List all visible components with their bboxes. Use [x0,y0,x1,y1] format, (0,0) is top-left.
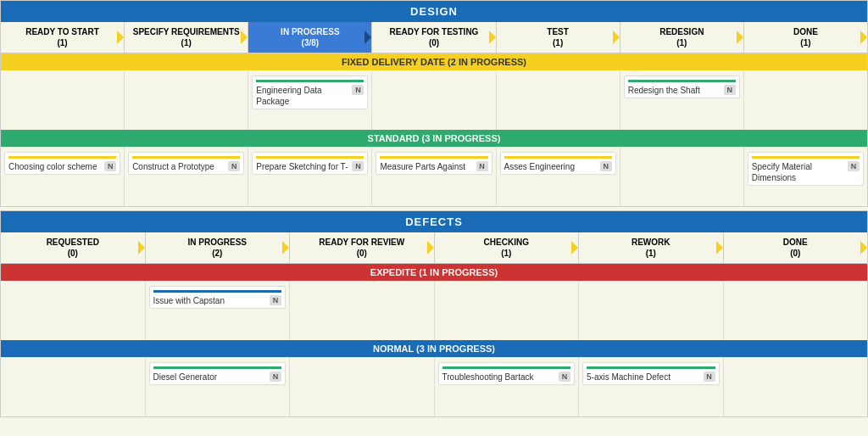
col-label: TEST(1) [547,27,569,48]
column-arrow-icon [241,31,248,44]
card-top-bar [380,156,487,159]
card-cell-5 [724,281,868,340]
task-card[interactable]: Construct a PrototypeN [128,152,244,175]
card-top-bar [256,156,364,159]
card-badge: N [104,161,116,171]
card-cell-0 [1,281,146,340]
columns-header: READY TO START(1)SPECIFY REQUIREMENTS(1)… [1,22,867,53]
card-text: 5-axis Machine Defect [587,372,700,383]
column-header-4[interactable]: TEST(1) [497,22,620,53]
column-arrow-icon [860,31,867,44]
task-card[interactable]: Diesel GeneratorN [149,362,287,385]
card-badge: N [724,85,736,95]
card-cell-6 [744,70,867,130]
card-cell-1: Diesel GeneratorN [146,357,291,416]
card-cell-5 [724,357,868,416]
card-text: Troubleshooting Bartack [442,372,556,383]
column-arrow-icon [716,241,723,254]
card-cell-3 [372,70,496,130]
cards-row-1: Choosing color schemeNConstruct a Protot… [1,147,867,206]
col-label: IN PROGRESS(3/8) [281,27,339,48]
col-label: REWORK(1) [632,238,670,258]
card-text: Choosing color scheme [8,161,101,172]
col-label: CHECKING(1) [484,238,529,258]
column-header-0[interactable]: READY TO START(1) [1,22,125,53]
cards-row-0: Issue with CapstanN [1,281,867,340]
column-arrow-icon [737,31,743,44]
column-arrow-icon [571,241,578,254]
column-header-4[interactable]: REWORK(1) [579,232,724,263]
task-card[interactable]: Measure Parts AgainstN [376,152,492,175]
col-label: DONE(1) [793,27,818,48]
card-cell-2: Engineering Data PackageN [248,70,372,130]
column-header-5[interactable]: REDESIGN(1) [620,22,744,53]
card-badge: N [848,161,860,171]
card-top-bar [153,366,282,369]
group-bar-1: STANDARD (3 IN PROGRESS) [1,130,867,147]
column-header-0[interactable]: REQUESTED(0) [1,232,146,263]
card-top-bar [132,156,240,159]
card-badge: N [559,372,570,382]
column-arrow-icon [117,31,124,44]
column-header-1[interactable]: SPECIFY REQUIREMENTS(1) [125,22,248,53]
card-cell-4: 5-axis Machine DefectN [579,357,724,416]
task-card[interactable]: Asses EngineeringN [500,152,616,175]
card-cell-4: Asses EngineeringN [497,147,620,206]
col-label: READY TO START(1) [25,27,99,48]
column-header-6[interactable]: DONE(1) [744,22,867,53]
card-badge: N [352,161,364,171]
defects-title: DEFECTS [1,211,867,232]
card-top-bar [8,156,116,159]
cards-row-1: Diesel GeneratorNTroubleshooting Bartack… [1,357,867,416]
column-header-3[interactable]: READY FOR TESTING(0) [372,22,496,53]
card-cell-2: Prepare Sketching for T-N [248,147,372,206]
task-card[interactable]: Issue with CapstanN [149,286,287,309]
card-top-bar [504,156,612,159]
task-card[interactable]: Troubleshooting BartackN [438,362,576,385]
task-card[interactable]: Specify Material DimensionsN [748,152,864,186]
card-cell-1 [125,70,248,130]
design-section: DESIGNREADY TO START(1)SPECIFY REQUIREME… [0,0,868,207]
column-header-1[interactable]: IN PROGRESS(2) [146,232,291,263]
card-cell-0 [1,70,125,130]
card-cell-3 [435,281,580,340]
column-header-5[interactable]: DONE(0) [724,232,868,263]
card-cell-2 [290,281,435,340]
card-cell-4 [579,281,724,340]
col-label: REDESIGN(1) [659,27,704,48]
task-card[interactable]: Redesign the ShaftN [624,75,740,98]
design-title: DESIGN [1,1,867,22]
card-badge: N [228,161,240,171]
task-card[interactable]: Prepare Sketching for T-N [252,152,368,175]
card-cell-3: Troubleshooting BartackN [435,357,580,416]
column-header-3[interactable]: CHECKING(1) [435,232,580,263]
card-badge: N [270,372,281,382]
card-badge: N [270,295,281,305]
column-arrow-icon [427,241,434,254]
card-text: Engineering Data Package [256,85,348,107]
col-label: REQUESTED(0) [47,238,99,258]
cards-row-0: Engineering Data PackageNRedesign the Sh… [1,70,867,130]
card-badge: N [600,161,612,171]
card-top-bar [587,366,715,369]
group-bar-1: NORMAL (3 IN PROGRESS) [1,340,867,357]
card-badge: N [704,372,715,382]
card-text: Construct a Prototype [132,161,225,172]
column-arrow-icon [364,31,371,44]
card-top-bar [256,80,364,82]
column-header-2[interactable]: READY FOR REVIEW(0) [290,232,435,263]
task-card[interactable]: 5-axis Machine DefectN [582,362,720,385]
card-cell-5 [620,147,744,206]
card-badge: N [476,161,488,171]
group-bar-0: EXPEDITE (1 IN PROGRESS) [1,264,867,281]
card-top-bar [153,290,282,293]
task-card[interactable]: Engineering Data PackageN [252,75,368,109]
card-text: Measure Parts Against [380,161,472,172]
col-label: DONE(0) [783,238,808,258]
card-text: Specify Material Dimensions [752,161,844,183]
card-cell-5: Redesign the ShaftN [620,70,744,130]
column-header-2[interactable]: IN PROGRESS(3/8) [248,22,372,53]
task-card[interactable]: Choosing color schemeN [4,152,120,175]
columns-header: REQUESTED(0)IN PROGRESS(2)READY FOR REVI… [1,232,867,264]
card-text: Asses Engineering [504,161,597,172]
